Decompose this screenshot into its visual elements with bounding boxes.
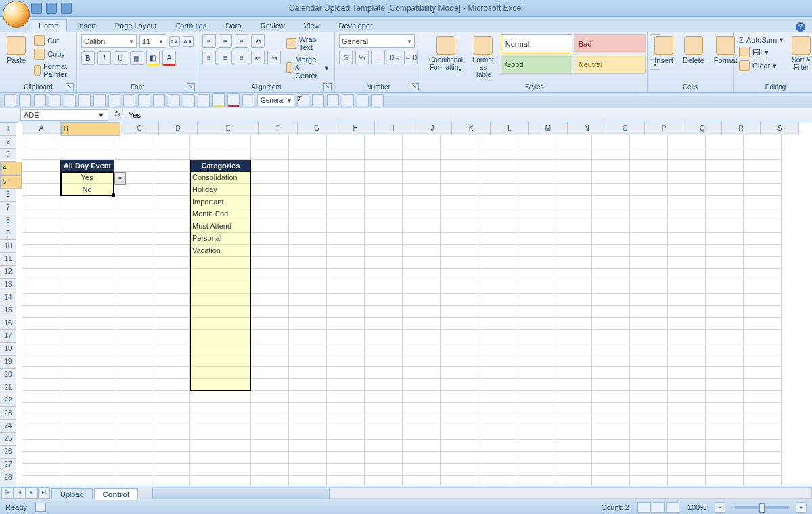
- cell-J3[interactable]: [403, 160, 441, 172]
- cell-M15[interactable]: [516, 306, 554, 318]
- cell-G9[interactable]: [289, 233, 327, 245]
- cell-O23[interactable]: [592, 403, 630, 415]
- cell-O17[interactable]: [592, 330, 630, 342]
- cell-B21[interactable]: [60, 379, 114, 391]
- row-header-22[interactable]: 22: [0, 394, 16, 407]
- cell-E27[interactable]: [190, 452, 251, 464]
- cell-R16[interactable]: [706, 318, 744, 330]
- cell-H13[interactable]: [327, 281, 365, 294]
- cell-P12[interactable]: [630, 269, 668, 281]
- cell-O13[interactable]: [592, 281, 630, 294]
- macro-record-icon[interactable]: [35, 503, 46, 512]
- cell-F11[interactable]: [251, 257, 289, 269]
- cell-R5[interactable]: [706, 184, 744, 196]
- cell-M27[interactable]: [516, 452, 554, 464]
- cell-C2[interactable]: [114, 147, 152, 160]
- cell-A6[interactable]: [22, 196, 60, 208]
- cell-M12[interactable]: [516, 269, 554, 281]
- cell-L23[interactable]: [478, 403, 516, 415]
- cell-R6[interactable]: [706, 196, 744, 208]
- cell-C13[interactable]: [114, 281, 152, 294]
- cell-P17[interactable]: [630, 330, 668, 342]
- cell-J9[interactable]: [403, 233, 441, 245]
- cell-R14[interactable]: [706, 294, 744, 306]
- cell-Q6[interactable]: [668, 196, 706, 208]
- fill-button[interactable]: Fill▾: [738, 46, 785, 58]
- cell-O27[interactable]: [592, 452, 630, 464]
- cell-E12[interactable]: [190, 269, 251, 281]
- cell-H4[interactable]: [327, 172, 365, 184]
- cell-D16[interactable]: [152, 318, 190, 330]
- tb-preview-icon[interactable]: [64, 94, 76, 106]
- hscroll-thumb[interactable]: [152, 488, 330, 498]
- tb-spell-icon[interactable]: [78, 94, 91, 106]
- cell-H14[interactable]: [327, 294, 365, 306]
- cell-M24[interactable]: [516, 415, 554, 427]
- cell-D4[interactable]: [152, 172, 190, 184]
- cell-P28[interactable]: [630, 464, 668, 476]
- cell-R18[interactable]: [706, 342, 744, 354]
- cell-N9[interactable]: [554, 233, 592, 245]
- merge-center-button[interactable]: Merge & Center▾: [285, 55, 330, 80]
- cell-H16[interactable]: [327, 318, 365, 330]
- cell-S25[interactable]: [744, 427, 782, 440]
- cell-F25[interactable]: [251, 427, 289, 440]
- cell-A27[interactable]: [22, 452, 60, 464]
- cell-A15[interactable]: [22, 306, 60, 318]
- cell-N26[interactable]: [554, 440, 592, 452]
- cell-J8[interactable]: [403, 220, 441, 233]
- cell-A5[interactable]: [22, 184, 60, 196]
- cell-L19[interactable]: [478, 354, 516, 367]
- cell-G14[interactable]: [289, 294, 327, 306]
- zoom-slider-thumb[interactable]: [759, 503, 765, 513]
- cell-R25[interactable]: [706, 427, 744, 440]
- cell-C11[interactable]: [114, 257, 152, 269]
- cell-A2[interactable]: [22, 147, 60, 160]
- cell-L9[interactable]: [478, 233, 516, 245]
- cell-A18[interactable]: [22, 342, 60, 354]
- tab-page-layout[interactable]: Page Layout: [106, 19, 166, 32]
- cell-K4[interactable]: [441, 172, 478, 184]
- cell-Q13[interactable]: [668, 281, 706, 294]
- cell-A4[interactable]: [22, 172, 60, 184]
- cell-D9[interactable]: [152, 233, 190, 245]
- cell-P6[interactable]: [630, 196, 668, 208]
- row-header-24[interactable]: 24: [0, 420, 16, 433]
- cell-E11[interactable]: [190, 257, 251, 269]
- cell-B6[interactable]: [60, 196, 114, 208]
- cell-G27[interactable]: [289, 452, 327, 464]
- cell-G17[interactable]: [289, 330, 327, 342]
- cell-M16[interactable]: [516, 318, 554, 330]
- cell-P3[interactable]: [630, 160, 668, 172]
- cell-L25[interactable]: [478, 427, 516, 440]
- cell-L27[interactable]: [478, 452, 516, 464]
- cell-D25[interactable]: [152, 427, 190, 440]
- row-header-13[interactable]: 13: [0, 279, 16, 291]
- cell-C10[interactable]: [114, 245, 152, 257]
- cell-M21[interactable]: [516, 379, 554, 391]
- cell-H27[interactable]: [327, 452, 365, 464]
- cell-M4[interactable]: [516, 172, 554, 184]
- cell-F4[interactable]: [251, 172, 289, 184]
- cell-E6[interactable]: Important: [190, 196, 251, 208]
- col-header-E[interactable]: E: [198, 122, 259, 135]
- cell-I6[interactable]: [365, 196, 403, 208]
- cell-Q23[interactable]: [668, 403, 706, 415]
- cell-D29[interactable]: [152, 476, 190, 486]
- orientation-button[interactable]: ⟲: [251, 34, 265, 48]
- cell-E4[interactable]: Consolidation: [190, 172, 251, 184]
- cell-L11[interactable]: [478, 257, 516, 269]
- insert-cells-button[interactable]: Insert: [652, 34, 676, 66]
- cell-F1[interactable]: [251, 135, 289, 147]
- cell-K18[interactable]: [441, 342, 478, 354]
- cell-M13[interactable]: [516, 281, 554, 294]
- cell-C27[interactable]: [114, 452, 152, 464]
- cell-L15[interactable]: [478, 306, 516, 318]
- row-header-6[interactable]: 6: [0, 189, 16, 202]
- col-header-S[interactable]: S: [761, 122, 799, 135]
- cell-O10[interactable]: [592, 245, 630, 257]
- cell-L20[interactable]: [478, 367, 516, 379]
- cell-C25[interactable]: [114, 427, 152, 440]
- col-header-Q[interactable]: Q: [683, 122, 722, 135]
- cell-B7[interactable]: [60, 208, 114, 220]
